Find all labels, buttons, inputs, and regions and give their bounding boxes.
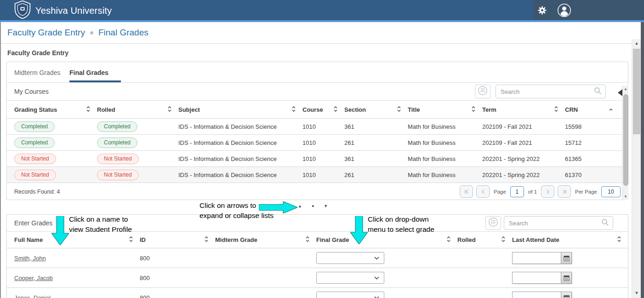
my-courses-toolbar: My Courses [7, 83, 628, 101]
grades-table-settings-button[interactable] [485, 216, 501, 230]
cell-crn: 61365 [565, 155, 620, 162]
col-last-attend-date: Last Attend Date [512, 236, 559, 243]
tab-final-grades[interactable]: Final Grades [69, 62, 108, 83]
sort-icon[interactable] [167, 105, 172, 114]
col-section: Section [344, 106, 366, 113]
final-grade-dropdown[interactable] [316, 252, 384, 264]
per-page-input[interactable] [601, 186, 621, 197]
final-grade-dropdown[interactable] [316, 272, 384, 284]
rolled-badge: Not Started [97, 170, 139, 180]
col-title: Title [408, 106, 420, 113]
course-row[interactable]: Not Started Not Started IDS - Informatio… [7, 167, 628, 183]
sort-icon[interactable] [305, 235, 310, 244]
sort-icon[interactable] [86, 105, 91, 114]
brand-title: Yeshiva University [35, 6, 112, 16]
sort-icon[interactable] [554, 105, 559, 114]
user-profile-icon[interactable] [557, 3, 571, 19]
cyan-right-arrow [259, 201, 297, 213]
calendar-icon[interactable] [561, 252, 572, 264]
cell-term: 202109 - Fall 2021 [482, 139, 565, 146]
col-id: ID [140, 236, 146, 243]
annotation-line: menu to select grade [368, 224, 434, 235]
cell-title: Math for Business [408, 155, 482, 162]
sort-icon[interactable] [333, 105, 338, 114]
cell-course: 1010 [302, 155, 344, 162]
top-navigation-bar: Yeshiva University [0, 0, 644, 20]
my-courses-title: My Courses [14, 83, 49, 100]
calendar-icon[interactable] [561, 292, 572, 298]
grading-status-badge: Completed [14, 121, 55, 132]
rolled-badge: Completed [97, 138, 137, 148]
sort-icon[interactable] [397, 105, 401, 114]
page-scrollbar[interactable]: ▲ ▼ [632, 39, 641, 298]
page-title: Faculty Grade Entry [7, 49, 68, 57]
cell-section: 261 [344, 139, 408, 146]
sort-icon[interactable] [291, 105, 296, 114]
page-number-input[interactable] [510, 186, 524, 197]
course-row[interactable]: Completed Completed IDS - Information & … [7, 135, 628, 151]
cell-section: 261 [344, 172, 408, 178]
student-name-link[interactable]: Cooper, Jacob [14, 275, 53, 281]
last-attend-date-input[interactable] [512, 272, 561, 284]
cell-title: Math for Business [408, 172, 482, 178]
grades-search-input[interactable] [504, 217, 601, 229]
sort-ascending-icon[interactable] [609, 106, 613, 113]
sort-icon[interactable] [617, 235, 621, 244]
previous-page-button[interactable] [476, 185, 490, 198]
first-page-button[interactable] [460, 185, 473, 198]
table-settings-icon [477, 85, 488, 98]
scrollbar-thumb[interactable] [623, 94, 628, 186]
cyan-down-arrow [350, 216, 368, 244]
sort-icon[interactable] [129, 235, 133, 244]
cell-term: 202201 - Spring 2022 [482, 172, 565, 178]
tab-midterm-grades[interactable]: Midterm Grades [14, 62, 60, 83]
final-grade-dropdown[interactable] [316, 292, 384, 298]
student-id: 800 [140, 255, 215, 262]
student-name-link[interactable]: Smith, John [14, 255, 46, 262]
cell-term: 202109 - Fall 2021 [482, 123, 565, 130]
student-name-link[interactable]: Jones, Daniel [14, 294, 51, 298]
scroll-down-icon[interactable]: ▼ [622, 195, 629, 199]
course-row[interactable]: Not Started Not Started IDS - Informatio… [7, 151, 628, 167]
scroll-up-icon[interactable]: ▲ [632, 41, 641, 46]
breadcrumb-final-grades[interactable]: Final Grades [98, 28, 148, 38]
col-grading-status: Grading Status [14, 106, 57, 113]
pagination: Page of 1 Per Page [460, 183, 621, 200]
sort-icon[interactable] [446, 235, 451, 244]
courses-search-box [496, 85, 606, 98]
grading-status-badge: Not Started [14, 170, 56, 180]
last-attend-date-input[interactable] [512, 252, 561, 264]
sort-icon[interactable] [501, 235, 506, 244]
sort-icon[interactable] [471, 105, 476, 114]
breadcrumb-faculty-grade-entry[interactable]: Faculty Grade Entry [7, 28, 85, 38]
pane-dot-icon[interactable]: ● [312, 204, 314, 208]
grading-status-badge: Not Started [14, 154, 56, 164]
calendar-icon[interactable] [561, 272, 572, 284]
scroll-down-icon[interactable]: ▼ [632, 291, 641, 295]
settings-gear-icon[interactable] [537, 5, 547, 17]
scroll-up-icon[interactable]: ▲ [622, 87, 629, 91]
panel-collapse-arrow-icon[interactable] [618, 89, 622, 98]
courses-grid-scrollbar[interactable]: ▲ ▼ [622, 86, 628, 200]
last-page-button[interactable] [558, 185, 571, 198]
per-page-label: Per Page [575, 189, 597, 195]
annotation-dropdown-grade: Click on drop-down menu to select grade [368, 214, 434, 235]
course-row[interactable]: Completed Completed IDS - Information & … [7, 119, 628, 135]
cell-section: 361 [344, 123, 408, 130]
expand-up-arrow-icon[interactable]: ▲ [298, 204, 302, 208]
rolled-badge: Not Started [97, 154, 139, 164]
cell-course: 1010 [302, 139, 344, 146]
next-page-button[interactable] [541, 185, 554, 198]
courses-table-settings-button[interactable] [475, 85, 490, 98]
cell-title: Math for Business [408, 139, 482, 146]
scrollbar-thumb[interactable] [633, 49, 640, 134]
student-row: Smith, John 800 [7, 248, 628, 268]
collapse-down-arrow-icon[interactable]: ▼ [324, 204, 328, 208]
last-attend-date-input[interactable] [512, 292, 561, 298]
col-term: Term [482, 106, 496, 113]
courses-search-input[interactable] [496, 85, 594, 98]
records-bar: Records Found: 4 Page of 1 Per Page [7, 183, 628, 200]
sort-icon[interactable] [204, 235, 209, 244]
col-full-name: Full Name [14, 236, 43, 243]
annotation-line: Click on a name to [69, 214, 132, 224]
